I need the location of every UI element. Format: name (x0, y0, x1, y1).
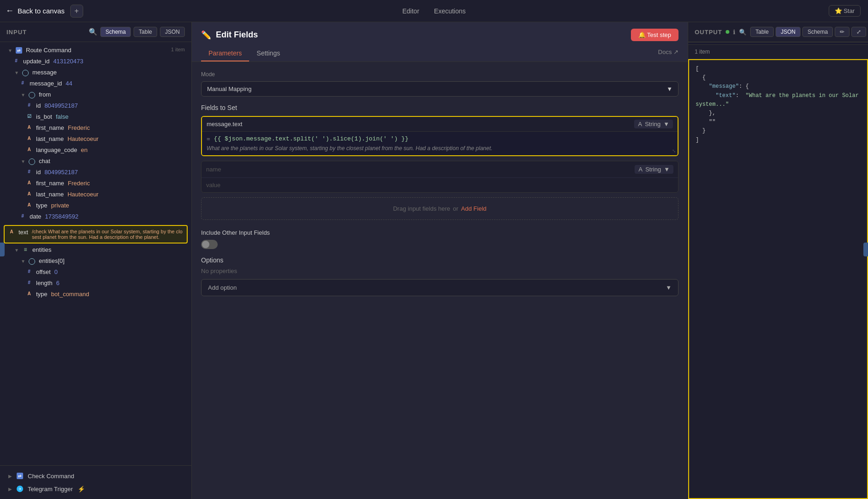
json-line-6: "" (696, 118, 861, 127)
left-edge-indicator[interactable] (0, 243, 5, 256)
string-icon: A (26, 136, 32, 141)
tree-item-entities[interactable]: ▼ ≡ entities (0, 245, 191, 256)
field-message: message (32, 69, 57, 76)
field-editor-2: name A String ▼ value (201, 161, 679, 193)
obj-entities0-icon (29, 258, 35, 265)
output-search-icon[interactable]: 🔍 (739, 29, 746, 36)
tree-item-chat[interactable]: ▼ chat (0, 157, 191, 168)
tree-item-message-id[interactable]: # message_id 44 (0, 79, 191, 90)
json-line-8: ] (696, 136, 861, 145)
add-tab-button[interactable]: + (70, 5, 83, 18)
type-selector-2[interactable]: A String ▼ (635, 165, 673, 174)
field-chat-lastname: last_name (36, 191, 64, 198)
edit-fields-icon: ✏️ (201, 30, 211, 40)
expand-telegram-icon: ▶ (6, 485, 14, 493)
tab-parameters[interactable]: Parameters (201, 46, 249, 61)
edit-title-row: ✏️ Edit Fields 🔔 Test step (201, 29, 679, 41)
toggle-row: Include Other Input Fields (201, 229, 679, 249)
tab-settings[interactable]: Settings (249, 46, 287, 61)
tree-root-route-command[interactable]: ▼ ⇄ Route Command 1 item (0, 46, 191, 57)
type-selector-1[interactable]: A String ▼ (634, 120, 673, 128)
json-line-5: }, (696, 109, 861, 118)
output-header: OUTPUT ℹ 🔍 Table JSON Schema ✏ ⤢ (688, 22, 868, 42)
tree-item-chat-id[interactable]: # id 8049952187 (0, 168, 191, 179)
view-schema-button[interactable]: Schema (100, 27, 131, 37)
hash-icon: # (19, 80, 26, 85)
test-step-button[interactable]: 🔔 Test step (631, 29, 679, 41)
tree-item-message[interactable]: ▼ message (0, 68, 191, 79)
mode-chevron-icon: ▼ (666, 85, 672, 92)
expression-preview: What are the planets in our Solar system… (207, 145, 673, 152)
type-chevron-icon-2: ▼ (664, 166, 670, 173)
json-line-3: "message": { (696, 82, 861, 91)
tree-item-from-id[interactable]: # id 8049952187 (0, 101, 191, 112)
no-properties-label: No properties (201, 268, 679, 274)
edit-content: Mode Manual Mapping ▼ Fields to Set A St… (192, 62, 688, 499)
bottom-item-telegram[interactable]: ▶ ✈ Telegram Trigger ⚡ (0, 482, 191, 495)
field-chat-id: id (36, 169, 41, 176)
resize-handle: ⤡ (672, 148, 676, 153)
view-json-button[interactable]: JSON (160, 27, 185, 37)
include-other-label: Include Other Input Fields (201, 229, 679, 236)
expand-icon: ▼ (6, 47, 14, 54)
input-panel-title: INPUT (6, 29, 27, 36)
field-from-lastname-value: Hautecoeur (67, 135, 98, 142)
field-date: date (30, 213, 41, 220)
field-entities0: entities[0] (39, 257, 65, 264)
back-button[interactable]: ← Back to canvas (6, 6, 65, 16)
expression-code: {{ $json.message.text.split(' ').slice(1… (214, 135, 409, 142)
output-expand-button[interactable]: ⤢ (851, 27, 866, 37)
bottom-items: ▶ ⇄ Check Command ▶ ✈ Telegram Trigger ⚡ (0, 465, 191, 499)
tree-item-from-firstname[interactable]: A first_name Frederic (0, 123, 191, 134)
check-icon: ⇄ (17, 473, 23, 479)
tree-item-chat-type[interactable]: A type private (0, 201, 191, 212)
output-actions: Table JSON Schema ✏ ⤢ (750, 27, 866, 37)
bottom-item-check-command[interactable]: ▶ ⇄ Check Command (0, 469, 191, 482)
include-other-toggle[interactable] (201, 240, 218, 249)
string-icon: A (26, 191, 32, 196)
field-length-value: 6 (56, 280, 59, 286)
tab-executions[interactable]: Executions (428, 6, 471, 17)
tree-item-date[interactable]: # date 1735849592 (0, 212, 191, 223)
edit-tabs: Parameters Settings Docs ↗ (201, 46, 679, 61)
mode-select[interactable]: Manual Mapping ▼ (201, 81, 679, 97)
tree-item-from[interactable]: ▼ from (0, 90, 191, 101)
edit-panel: ✏️ Edit Fields 🔔 Test step Parameters Se… (192, 22, 688, 499)
hash-icon: # (26, 169, 32, 174)
view-table-button[interactable]: Table (134, 27, 157, 37)
tree-item-from-langcode[interactable]: A language_code en (0, 146, 191, 157)
tree-item-length[interactable]: # length 6 (0, 279, 191, 290)
tree-item-offset[interactable]: # offset 0 (0, 268, 191, 279)
field-editor-1-top: A String ▼ (202, 117, 678, 132)
output-view-table[interactable]: Table (750, 27, 774, 37)
output-view-schema[interactable]: Schema (802, 27, 833, 37)
tree-item-from-isbot[interactable]: ☑ is_bot false (0, 112, 191, 123)
hash-icon: # (26, 103, 32, 108)
type-value-1: String (645, 121, 660, 128)
search-button[interactable]: 🔍 (89, 27, 98, 37)
tree-item-entities0[interactable]: ▼ entities[0] (0, 256, 191, 268)
add-option-button[interactable]: Add option ▼ (201, 279, 679, 296)
tree-item-from-lastname[interactable]: A last_name Hautecoeur (0, 134, 191, 146)
telegram-label: Telegram Trigger (28, 486, 73, 493)
right-edge-indicator[interactable] (863, 243, 868, 256)
tab-editor[interactable]: Editor (397, 6, 425, 17)
field-from-langcode: language_code (36, 146, 77, 153)
tree-item-type[interactable]: A type bot_command (0, 290, 191, 301)
tree-item-chat-firstname[interactable]: A first_name Frederic (0, 179, 191, 190)
tree-item-chat-lastname[interactable]: A last_name Hautecoeur (0, 190, 191, 201)
field-from-id: id (36, 102, 41, 109)
output-view-json[interactable]: JSON (776, 27, 801, 37)
field-text: text (18, 229, 28, 236)
type-chevron-icon: ▼ (663, 121, 669, 128)
add-field-link[interactable]: Add Field (461, 205, 487, 212)
tree-content: ▼ ⇄ Route Command 1 item # update_id 413… (0, 42, 191, 465)
star-button[interactable]: ⭐ Star (829, 5, 861, 17)
tree-item-text-highlighted[interactable]: A text /check What are the planets in ou… (4, 225, 188, 243)
docs-link[interactable]: Docs ↗ (658, 46, 679, 61)
string-icon: A (26, 147, 32, 152)
field-name-input-1[interactable] (207, 121, 634, 128)
output-panel: OUTPUT ℹ 🔍 Table JSON Schema ✏ ⤢ 1 item … (688, 22, 868, 499)
tree-item-update-id[interactable]: # update_id 413120473 (0, 57, 191, 68)
output-edit-button[interactable]: ✏ (835, 27, 850, 37)
